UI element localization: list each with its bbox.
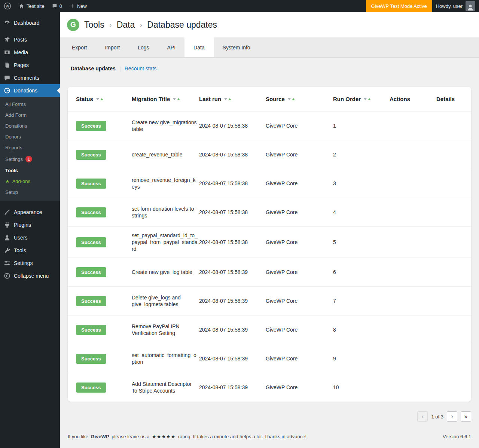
comments-count: 0	[60, 3, 62, 9]
sort-asc-icon	[368, 98, 371, 100]
breadcrumb-data[interactable]: Data	[117, 20, 135, 30]
comments-shortcut[interactable]: 0	[48, 0, 66, 12]
table-row: Success Add Statement Descriptor To Stri…	[68, 373, 471, 402]
last-page-button[interactable]: »	[461, 411, 471, 422]
collapse-menu-button[interactable]: Collapse menu	[0, 269, 60, 282]
account-menu[interactable]: Howdy, user	[432, 0, 479, 12]
migration-title-cell: Remove PayPal IPN Verification Setting	[132, 323, 199, 336]
submenu-label: Settings	[5, 156, 23, 162]
status-badge: Success	[76, 383, 106, 393]
sidebar-item-users[interactable]: Users	[0, 231, 60, 244]
sliders-icon	[4, 260, 10, 266]
submenu-item-add-form[interactable]: Add Form	[0, 110, 60, 121]
plus-icon	[70, 3, 75, 9]
column-header-migration-title[interactable]: Migration Title	[132, 96, 199, 102]
last-run-cell: 2024-08-07 15:58:39	[199, 326, 266, 333]
column-label: Actions	[390, 96, 410, 102]
sort-asc-icon	[100, 98, 103, 100]
subnav-recount-stats-link[interactable]: Recount stats	[125, 65, 157, 71]
five-stars-link[interactable]: ★★★★★	[152, 434, 176, 439]
user-icon	[4, 234, 10, 241]
status-badge: Success	[76, 237, 106, 247]
sidebar-item-comments[interactable]: Comments	[0, 71, 60, 84]
migration-title-cell: Delete give_logs and give_logmeta tables	[132, 294, 199, 308]
tab-api[interactable]: API	[158, 37, 185, 57]
sidebar-item-pages[interactable]: Pages	[0, 59, 60, 71]
rating-text: rating. It takes a minute and helps a lo…	[178, 434, 306, 439]
submenu-item-donors[interactable]: Donors	[0, 131, 60, 142]
sidebar-item-label: Donations	[14, 88, 37, 94]
source-cell: GiveWP Core	[266, 298, 333, 304]
column-header-details: Details	[436, 96, 471, 102]
avatar	[466, 1, 475, 11]
submenu-item-all-forms[interactable]: All Forms	[0, 99, 60, 110]
comment-bubble-icon	[52, 3, 57, 9]
page-title: Database updates	[147, 20, 217, 30]
run-order-cell: 10	[333, 384, 390, 391]
submenu-item-tools[interactable]: Tools	[0, 165, 60, 176]
new-content-menu[interactable]: New	[66, 0, 91, 12]
sidebar-item-dashboard[interactable]: Dashboard	[0, 16, 60, 29]
column-label: Migration Title	[132, 96, 170, 102]
donations-submenu: All Forms Add Form Donations Donors Repo…	[0, 97, 60, 201]
column-label: Run Order	[333, 96, 361, 102]
column-header-run-order[interactable]: Run Order	[333, 96, 390, 102]
brush-icon	[4, 209, 10, 216]
column-label: Source	[266, 96, 285, 102]
next-page-button[interactable]: ›	[447, 411, 457, 422]
submenu-item-addons[interactable]: ★ Add-ons	[0, 176, 60, 187]
status-cell: Success	[68, 179, 132, 189]
status-badge: Success	[76, 207, 106, 217]
table-row: Success Create new give_log table 2024-0…	[68, 257, 471, 286]
submenu-item-donations[interactable]: Donations	[0, 121, 60, 131]
svg-text:W: W	[6, 4, 9, 8]
status-cell: Success	[68, 383, 132, 393]
page-header: G Tools › Data › Database updates	[60, 12, 479, 37]
source-cell: GiveWP Core	[266, 239, 333, 246]
tab-import[interactable]: Import	[96, 37, 129, 57]
breadcrumb: Tools › Data › Database updates	[84, 20, 217, 30]
migration-title-cell: remove_revenue_foreign_keys	[132, 177, 199, 190]
status-cell: Success	[68, 121, 132, 131]
subnav-database-updates[interactable]: Database updates	[71, 65, 116, 71]
status-cell: Success	[68, 150, 132, 160]
submenu-item-settings[interactable]: Settings 1	[0, 153, 60, 165]
wordpress-menu[interactable]: W	[0, 0, 15, 12]
run-order-cell: 6	[333, 269, 390, 275]
run-order-cell: 5	[333, 239, 390, 246]
submenu-item-reports[interactable]: Reports	[0, 142, 60, 153]
table-row: Success set_paypal_standard_id_to_paypal…	[68, 226, 471, 257]
plug-icon	[4, 222, 10, 228]
column-header-source[interactable]: Source	[266, 96, 333, 102]
breadcrumb-tools[interactable]: Tools	[84, 20, 104, 30]
sidebar-item-posts[interactable]: Posts	[0, 33, 60, 46]
column-header-status[interactable]: Status	[68, 96, 132, 102]
chevron-right-icon: ›	[140, 20, 142, 29]
status-badge: Success	[76, 267, 106, 277]
tab-export[interactable]: Export	[63, 37, 96, 57]
sidebar-item-settings[interactable]: Settings	[0, 257, 60, 269]
migration-title-cell: Create new give_log table	[132, 269, 199, 275]
sort-asc-icon	[292, 98, 295, 100]
submenu-label: Add-ons	[12, 179, 30, 184]
wrench-icon	[4, 247, 10, 254]
migration-title-cell: Add Statement Descriptor To Stripe Accou…	[132, 381, 199, 394]
submenu-item-setup[interactable]: Setup	[0, 187, 60, 198]
tab-logs[interactable]: Logs	[129, 37, 158, 57]
prev-page-button[interactable]: ‹	[417, 411, 428, 422]
sidebar-item-appearance[interactable]: Appearance	[0, 206, 60, 219]
sort-asc-icon	[228, 98, 231, 100]
tab-system-info[interactable]: System Info	[214, 37, 259, 57]
migration-title-cell: set_paypal_standard_id_to_paypal_from_pa…	[132, 232, 199, 252]
migration-title-cell: create_revenue_table	[132, 151, 199, 158]
sidebar-item-donations[interactable]: Donations	[0, 84, 60, 97]
sidebar-item-label: Appearance	[14, 209, 42, 215]
rating-request: If you like GiveWP please leave us a ★★★…	[68, 434, 308, 439]
column-header-last-run[interactable]: Last run	[199, 96, 266, 102]
sidebar-item-tools[interactable]: Tools	[0, 244, 60, 257]
site-name-link[interactable]: Test site	[15, 0, 48, 12]
tab-data[interactable]: Data	[184, 37, 214, 57]
sidebar-item-media[interactable]: Media	[0, 46, 60, 59]
pagination: ‹ 1 of 3 › »	[68, 411, 471, 422]
sidebar-item-plugins[interactable]: Plugins	[0, 219, 60, 231]
